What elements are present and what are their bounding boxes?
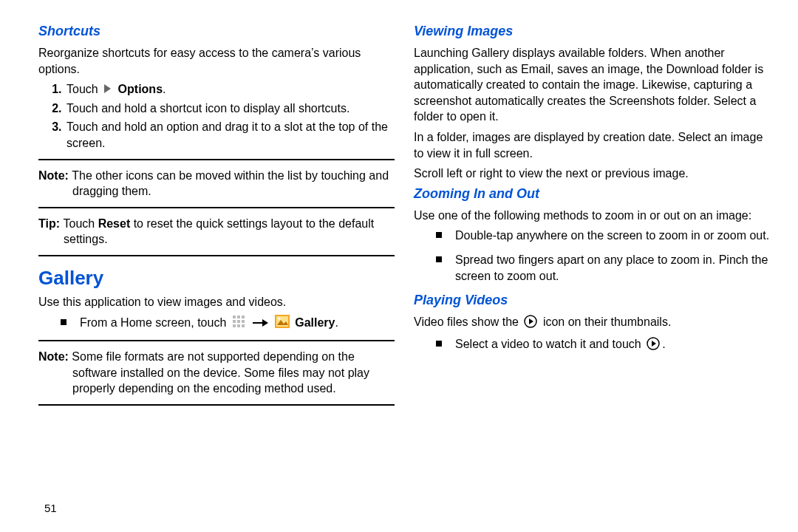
svg-rect-9 (242, 324, 245, 327)
para-play: Video files show the icon on their thumb… (414, 314, 770, 332)
tip-label: Tip: (38, 217, 63, 230)
step-1: Touch Options. (65, 81, 395, 98)
step1-c: . (163, 83, 166, 95)
step1-a: Touch (66, 83, 101, 95)
divider (38, 207, 395, 208)
svg-rect-2 (237, 316, 240, 318)
gallery-launch-item: From a Home screen, touch Gallery. (38, 315, 395, 332)
right-column: Viewing Images Launching Gallery display… (414, 21, 770, 413)
divider (38, 159, 395, 160)
step-2: Touch and hold a shortcut icon to displa… (65, 100, 395, 117)
heading-viewing-images: Viewing Images (414, 24, 770, 39)
svg-marker-19 (652, 341, 656, 347)
heading-shortcuts: Shortcuts (38, 24, 395, 39)
zoom-item-2: Spread two fingers apart on any place to… (414, 252, 770, 285)
svg-rect-5 (237, 320, 240, 323)
para-view1: Launching Gallery displays available fol… (414, 45, 770, 125)
apps-grid-icon (232, 315, 245, 332)
gal-b: Gallery (295, 316, 335, 329)
svg-rect-1 (233, 316, 236, 318)
divider (38, 255, 395, 256)
divider (38, 340, 395, 341)
heading-playing-videos: Playing Videos (414, 293, 770, 308)
tip-b: Reset (98, 217, 131, 230)
play-item-b: . (662, 338, 665, 350)
para-gallery: Use this application to view images and … (38, 294, 395, 310)
svg-marker-17 (529, 318, 533, 324)
play-b: icon on their thumbnails. (539, 316, 671, 328)
heading-zooming: Zooming In and Out (414, 186, 770, 202)
play-a: Video files show the (414, 316, 522, 328)
note2-text: Some file formats are not supported depe… (72, 350, 369, 395)
left-column: Shortcuts Reorganize shortcuts for easy … (38, 21, 395, 413)
play-item-a: Select a video to watch it and touch (455, 338, 644, 350)
gallery-app-icon (275, 315, 290, 332)
tip-a: Touch (63, 217, 98, 230)
para-view3: Scroll left or right to view the next or… (414, 166, 770, 182)
svg-marker-11 (262, 319, 268, 327)
page-number: 51 (44, 502, 57, 514)
zoom-item-1: Double-tap anywhere on the screen to zoo… (414, 228, 770, 244)
note-shortcuts: Note: The other icons can be moved withi… (38, 168, 395, 200)
svg-point-15 (278, 317, 280, 319)
step-3: Touch and hold an option and drag it to … (65, 119, 395, 151)
para-shortcuts: Reorganize shortcuts for easy access to … (38, 45, 395, 77)
play-circle-icon (647, 337, 660, 355)
gal-c: . (335, 316, 338, 329)
svg-rect-6 (242, 320, 245, 323)
divider (38, 404, 395, 406)
note-text: The other icons can be moved within the … (72, 169, 389, 198)
zoom-list: Double-tap anywhere on the screen to zoo… (414, 228, 770, 284)
play-circle-icon (524, 315, 537, 332)
svg-rect-8 (237, 324, 240, 327)
para-view2: In a folder, images are displayed by cre… (414, 129, 770, 161)
chevron-right-icon (103, 83, 112, 94)
note-label: Note: (38, 169, 72, 182)
step1-b: Options (118, 83, 163, 95)
steps-list: Touch Options. Touch and hold a shortcut… (38, 81, 395, 151)
play-list: Select a video to watch it and touch . (414, 336, 770, 355)
gal-a: From a Home screen, touch (80, 316, 230, 329)
arrow-right-icon (252, 316, 268, 332)
svg-marker-0 (104, 84, 111, 93)
play-item: Select a video to watch it and touch . (414, 336, 770, 355)
svg-rect-3 (242, 316, 245, 318)
para-zoom: Use one of the following methods to zoom… (414, 208, 770, 224)
tip-shortcuts: Tip: Touch Reset to reset the quick sett… (38, 216, 395, 248)
two-column-layout: Shortcuts Reorganize shortcuts for easy … (38, 21, 770, 413)
heading-gallery: Gallery (38, 267, 395, 290)
svg-rect-4 (233, 320, 236, 323)
note2-label: Note: (38, 350, 72, 363)
gallery-launch-list: From a Home screen, touch Gallery. (38, 315, 395, 332)
manual-page: Shortcuts Reorganize shortcuts for easy … (0, 0, 798, 532)
svg-rect-7 (233, 324, 236, 327)
note-formats: Note: Some file formats are not supporte… (38, 349, 395, 397)
